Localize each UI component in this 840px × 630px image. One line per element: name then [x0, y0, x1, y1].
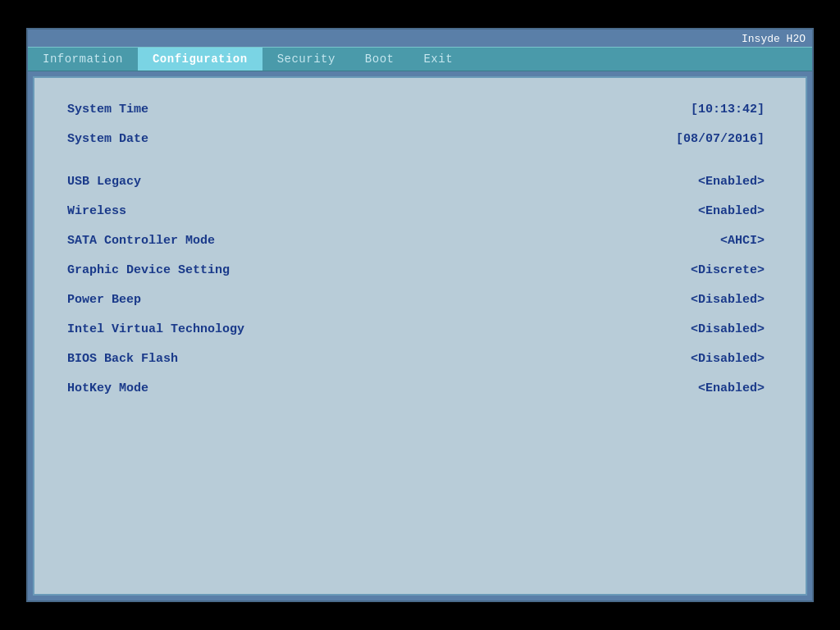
menu-item-boot[interactable]: Boot: [350, 48, 409, 71]
setting-name-power-beep: Power Beep: [59, 285, 492, 314]
setting-value-power-beep: <Disabled>: [492, 285, 781, 314]
setting-row-bios-back-flash[interactable]: BIOS Back Flash<Disabled>: [59, 344, 781, 373]
setting-row-intel-virtual-technology[interactable]: Intel Virtual Technology<Disabled>: [59, 314, 781, 344]
setting-row-system-time[interactable]: System Time[10:13:42]: [59, 94, 781, 124]
setting-value-graphic-device-setting: <Discrete>: [492, 255, 781, 285]
setting-row-power-beep[interactable]: Power Beep<Disabled>: [59, 285, 781, 314]
settings-table: System Time[10:13:42]System Date[08/07/2…: [59, 94, 781, 403]
setting-row-wireless[interactable]: Wireless<Enabled>: [59, 196, 781, 226]
setting-row-graphic-device-setting[interactable]: Graphic Device Setting<Discrete>: [59, 255, 781, 285]
brand-label: Insyde H2O: [742, 33, 806, 45]
setting-name-intel-virtual-technology: Intel Virtual Technology: [59, 314, 492, 344]
setting-name-graphic-device-setting: Graphic Device Setting: [59, 255, 492, 285]
menu-bar: Information Configuration Security Boot …: [28, 47, 812, 71]
content-area: System Time[10:13:42]System Date[08/07/2…: [33, 76, 807, 596]
setting-name-bios-back-flash: BIOS Back Flash: [59, 344, 492, 373]
spacer-row: [59, 153, 781, 167]
setting-name-sata-controller-mode: SATA Controller Mode: [59, 226, 492, 255]
setting-value-sata-controller-mode: <AHCI>: [492, 226, 781, 255]
setting-row-usb-legacy[interactable]: USB Legacy<Enabled>: [59, 167, 781, 196]
setting-row-system-date[interactable]: System Date[08/07/2016]: [59, 124, 781, 153]
setting-name-usb-legacy: USB Legacy: [59, 167, 492, 196]
menu-item-configuration[interactable]: Configuration: [138, 48, 262, 71]
setting-name-system-date: System Date: [59, 124, 492, 153]
setting-value-hotkey-mode: <Enabled>: [492, 373, 781, 403]
menu-item-information[interactable]: Information: [28, 48, 138, 71]
setting-value-usb-legacy: <Enabled>: [492, 167, 781, 196]
setting-value-system-date: [08/07/2016]: [492, 124, 781, 153]
setting-value-system-time: [10:13:42]: [492, 94, 781, 124]
setting-value-intel-virtual-technology: <Disabled>: [492, 314, 781, 344]
setting-row-hotkey-mode[interactable]: HotKey Mode<Enabled>: [59, 373, 781, 403]
setting-value-bios-back-flash: <Disabled>: [492, 344, 781, 373]
setting-name-hotkey-mode: HotKey Mode: [59, 373, 492, 403]
setting-name-wireless: Wireless: [59, 196, 492, 226]
setting-name-system-time: System Time: [59, 94, 492, 124]
menu-item-security[interactable]: Security: [262, 48, 350, 71]
setting-value-wireless: <Enabled>: [492, 196, 781, 226]
top-bar: Insyde H2O: [28, 30, 812, 47]
setting-row-sata-controller-mode[interactable]: SATA Controller Mode<AHCI>: [59, 226, 781, 255]
menu-item-exit[interactable]: Exit: [409, 48, 468, 71]
bios-screen: Insyde H2O Information Configuration Sec…: [26, 28, 814, 602]
